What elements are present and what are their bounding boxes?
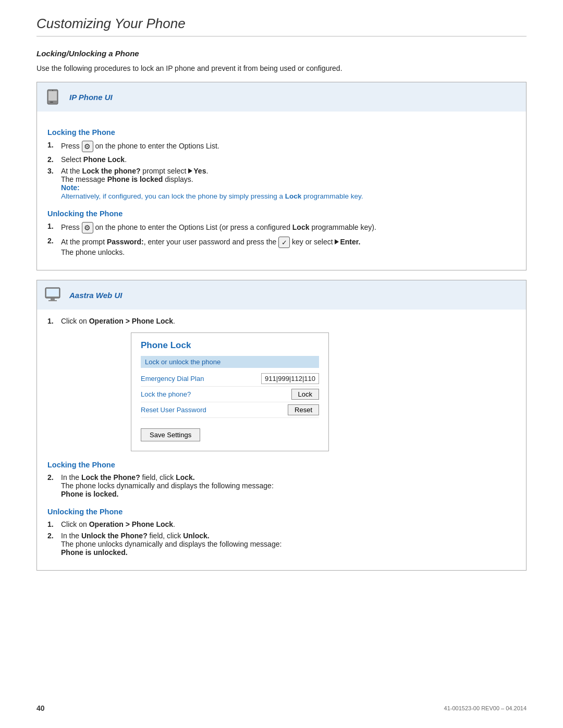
- ip-phone-ui-title: IP Phone UI: [69, 93, 113, 102]
- emergency-label: Emergency Dial Plan: [141, 375, 261, 382]
- widget-row-lock: Lock the phone? Lock: [141, 387, 319, 402]
- svg-rect-7: [48, 300, 57, 301]
- aastra-web-ui-header: Aastra Web UI: [37, 280, 526, 310]
- locking-step-3: 3. At the Lock the phone? prompt select …: [47, 167, 516, 200]
- page-title: Customizing Your Phone: [36, 16, 527, 32]
- aastra-unlocking-step-2: 2. In the Unlock the Phone? field, click…: [47, 532, 516, 557]
- lock-button[interactable]: Lock: [291, 389, 319, 400]
- gear-key-icon-2: ⚙: [82, 222, 93, 233]
- svg-rect-2: [50, 102, 53, 103]
- aastra-step1-list: 1. Click on Operation > Phone Lock.: [47, 317, 516, 325]
- page-container: Customizing Your Phone Locking/Unlocking…: [0, 0, 563, 728]
- locking-step-1: 1. Press ⚙ on the phone to enter the Opt…: [47, 141, 516, 152]
- page-number: 40: [36, 704, 45, 712]
- aastra-locking-heading: Locking the Phone: [47, 461, 516, 469]
- unlocking-steps-list: 1. Press ⚙ on the phone to enter the Opt…: [47, 222, 516, 256]
- note-label: Note:: [61, 183, 80, 192]
- unlocking-step-1: 1. Press ⚙ on the phone to enter the Opt…: [47, 222, 516, 233]
- svg-rect-5: [46, 289, 59, 297]
- aastra-web-ui-box: Aastra Web UI 1. Click on Operation > Ph…: [36, 280, 527, 571]
- unlocking-step-2: 2. At the prompt Password:, enter your u…: [47, 237, 516, 256]
- aastra-unlocking-list: 1. Click on Operation > Phone Lock. 2. I…: [47, 520, 516, 557]
- phone-icon: [44, 88, 63, 106]
- locking-steps-list: 1. Press ⚙ on the phone to enter the Opt…: [47, 141, 516, 200]
- aastra-locking-list: 2. In the Lock the Phone? field, click L…: [47, 473, 516, 498]
- emergency-value[interactable]: 911|999|112|110: [261, 373, 319, 384]
- checkmark-key-icon: ✓: [278, 237, 290, 248]
- aastra-step-1: 1. Click on Operation > Phone Lock.: [47, 317, 516, 325]
- aastra-unlocking-step-1: 1. Click on Operation > Phone Lock.: [47, 520, 516, 528]
- locking-step-2: 2. Select Phone Lock.: [47, 155, 516, 164]
- widget-row-reset: Reset User Password Reset: [141, 402, 319, 418]
- gear-key-icon: ⚙: [82, 141, 93, 152]
- aastra-web-ui-title: Aastra Web UI: [69, 291, 122, 300]
- widget-row-emergency: Emergency Dial Plan 911|999|112|110: [141, 371, 319, 387]
- aastra-locking-step-2: 2. In the Lock the Phone? field, click L…: [47, 473, 516, 498]
- widget-section-header: Lock or unlock the phone: [141, 356, 319, 368]
- unlocking-phone-heading: Unlocking the Phone: [47, 209, 516, 218]
- svg-rect-6: [51, 298, 55, 300]
- lock-phone-label: Lock the phone?: [141, 390, 291, 398]
- locking-phone-heading: Locking the Phone: [47, 128, 516, 137]
- section-heading: Locking/Unlocking a Phone: [36, 49, 527, 58]
- ip-phone-ui-header: IP Phone UI: [37, 82, 526, 112]
- widget-title: Phone Lock: [141, 340, 319, 351]
- reset-button[interactable]: Reset: [288, 404, 319, 415]
- monitor-icon: [44, 286, 63, 304]
- svg-point-3: [52, 90, 53, 91]
- note-text: Alternatively, if configured, you can lo…: [61, 192, 363, 200]
- reset-password-label: Reset User Password: [141, 406, 288, 414]
- page-footer: 40 41-001523-00 REV00 – 04.2014: [36, 704, 527, 712]
- phone-lock-widget: Phone Lock Lock or unlock the phone Emer…: [131, 332, 329, 451]
- doc-info: 41-001523-00 REV00 – 04.2014: [444, 705, 527, 711]
- save-settings-button[interactable]: Save Settings: [141, 428, 200, 441]
- aastra-unlocking-heading: Unlocking the Phone: [47, 508, 516, 516]
- svg-rect-1: [48, 91, 57, 101]
- intro-text: Use the following procedures to lock an …: [36, 64, 527, 72]
- header-divider: [36, 36, 527, 36]
- ip-phone-ui-box: IP Phone UI Locking the Phone 1. Press ⚙…: [36, 82, 527, 270]
